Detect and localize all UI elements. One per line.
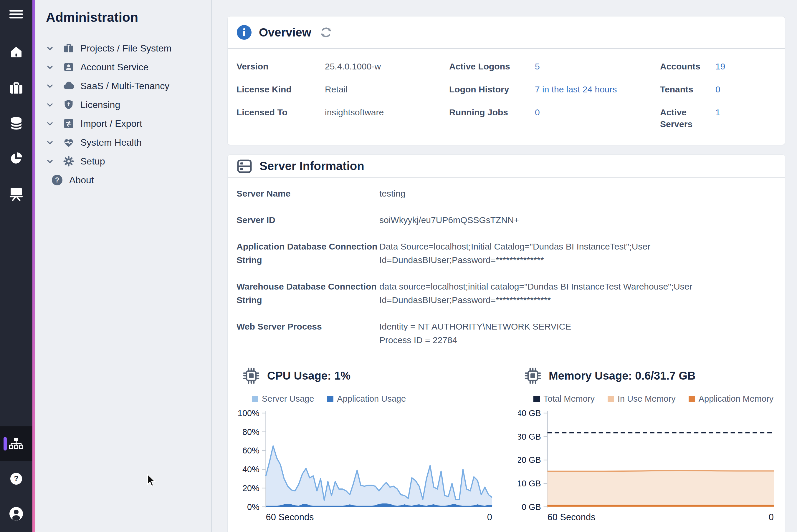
legend-item-application-memory: Application Memory xyxy=(689,394,774,404)
admin-item-label: System Health xyxy=(80,137,142,148)
server-info-value: testing xyxy=(379,187,776,201)
svg-text:10 GB: 10 GB xyxy=(518,479,541,488)
server-info-label: Server ID xyxy=(236,213,379,227)
chevron-down-icon[interactable] xyxy=(46,82,54,90)
chevron-down-icon[interactable] xyxy=(46,120,54,128)
admin-tree: Projects / File SystemAccount ServiceSaa… xyxy=(46,39,211,190)
pie-chart-icon[interactable] xyxy=(0,152,32,165)
overview-field-link[interactable]: 19 xyxy=(716,61,776,72)
server-info-header: Server Information xyxy=(228,155,785,178)
svg-text:30 GB: 30 GB xyxy=(518,432,541,441)
overview-field-link[interactable]: 7 in the last 24 hours xyxy=(535,83,660,95)
legend-label: In Use Memory xyxy=(618,394,676,404)
admin-item-system-health[interactable]: System Health xyxy=(46,133,211,152)
server-info-label: Server Name xyxy=(236,187,379,201)
svg-text:80%: 80% xyxy=(242,427,259,437)
refresh-icon[interactable] xyxy=(319,25,333,39)
admin-item-label: SaaS / Multi-Tenancy xyxy=(80,81,169,92)
cpu-chip-icon xyxy=(243,367,259,384)
legend-label: Application Usage xyxy=(337,394,406,404)
admin-item-label: Import / Export xyxy=(80,118,142,129)
admin-item-projects-file-system[interactable]: Projects / File System xyxy=(46,39,211,58)
admin-item-label: Setup xyxy=(80,156,105,167)
overview-title: Overview xyxy=(259,26,311,39)
memory-chip-icon xyxy=(525,367,541,384)
svg-text:20 GB: 20 GB xyxy=(518,455,541,464)
chevron-down-icon[interactable] xyxy=(46,157,54,165)
legend-item-server-usage: Server Usage xyxy=(252,394,314,404)
chevron-down-icon[interactable] xyxy=(46,138,54,147)
sidebar-active-item-sitemap[interactable] xyxy=(0,426,32,461)
svg-text:20%: 20% xyxy=(242,483,259,493)
overview-field-value: insightsoftware xyxy=(325,107,449,118)
cpu-chart-block: CPU Usage: 1%Server UsageApplication Usa… xyxy=(236,367,494,525)
question-circle-icon: ? xyxy=(52,174,63,186)
cpu-chart-title: CPU Usage: 1% xyxy=(267,369,350,382)
admin-item-account-service[interactable]: Account Service xyxy=(46,58,211,76)
charts-row: CPU Usage: 1%Server UsageApplication Usa… xyxy=(228,360,785,532)
briefcase-icon[interactable] xyxy=(0,81,32,94)
server-info-label: Application Database Connection String xyxy=(236,240,379,267)
accent-gradient-stripe xyxy=(32,0,35,532)
presentation-icon[interactable] xyxy=(0,187,32,201)
svg-text:100%: 100% xyxy=(238,408,259,418)
app-icon-sidebar: ? xyxy=(0,0,32,532)
svg-text:60 Seconds: 60 Seconds xyxy=(266,512,314,522)
admin-item-setup[interactable]: Setup xyxy=(46,152,211,171)
overview-header: Overview xyxy=(228,17,785,49)
legend-item-application-usage: Application Usage xyxy=(327,394,406,404)
sitemap-icon xyxy=(0,426,32,461)
legend-swatch xyxy=(327,396,333,402)
chevron-down-icon[interactable] xyxy=(46,101,54,109)
cloud-icon xyxy=(63,80,74,92)
overview-field-label: License Kind xyxy=(236,83,325,95)
admin-item-saas-multi-tenancy[interactable]: SaaS / Multi-Tenancy xyxy=(46,76,211,95)
legend-swatch xyxy=(689,396,695,402)
svg-text:0%: 0% xyxy=(247,502,259,512)
svg-text:40%: 40% xyxy=(242,464,259,474)
database-icon[interactable] xyxy=(0,116,32,130)
overview-field-label: Active Servers xyxy=(660,107,716,130)
legend-label: Application Memory xyxy=(699,394,774,404)
gear-icon xyxy=(63,155,74,167)
overview-field-link[interactable]: 0 xyxy=(716,83,776,95)
server-info-label: Warehouse Database Connection String xyxy=(236,280,379,307)
server-info-value: Data Source=localhost;Initial Catalog="D… xyxy=(379,240,776,267)
overview-field-label: Running Jobs xyxy=(449,107,535,118)
overview-field-label: Logon History xyxy=(449,83,535,95)
menu-icon[interactable] xyxy=(0,10,32,19)
server-info-value: data source=localhost;initial catalog="D… xyxy=(379,280,776,307)
chevron-down-icon[interactable] xyxy=(46,44,54,52)
overview-grid: Version25.4.0.1000-wActive Logons5Accoun… xyxy=(228,49,785,145)
legend-swatch xyxy=(608,396,614,402)
home-icon[interactable] xyxy=(0,46,32,59)
cpu-plot: 0%20%40%60%80%100%60 Seconds0 xyxy=(236,408,494,525)
admin-item-about[interactable]: ?About xyxy=(46,171,211,190)
heart-pulse-icon xyxy=(63,136,74,148)
admin-item-label: Projects / File System xyxy=(80,43,171,54)
svg-text:40 GB: 40 GB xyxy=(518,408,541,418)
admin-item-label: About xyxy=(69,175,94,186)
memory-plot: 0 GB10 GB20 GB30 GB40 GB60 Seconds0 xyxy=(518,408,776,525)
overview-field-link[interactable]: 0 xyxy=(535,107,660,118)
admin-item-label: Account Service xyxy=(80,62,148,73)
svg-text:0 GB: 0 GB xyxy=(522,502,541,512)
legend-item-in-use-memory: In Use Memory xyxy=(608,394,676,404)
overview-field-link[interactable]: 5 xyxy=(535,61,660,72)
overview-field-link[interactable]: 1 xyxy=(716,107,776,118)
overview-field-value: Retail xyxy=(325,83,449,95)
overview-card: Overview Version25.4.0.1000-wActive Logo… xyxy=(228,16,785,145)
chevron-down-icon[interactable] xyxy=(46,63,54,71)
memory-chart-block: Memory Usage: 0.6/31.7 GBTotal MemoryIn … xyxy=(518,367,776,525)
server-info-title: Server Information xyxy=(259,159,364,173)
admin-item-import-export[interactable]: Import / Export xyxy=(46,114,211,133)
help-icon[interactable]: ? xyxy=(0,473,32,485)
user-avatar-icon[interactable] xyxy=(0,507,32,521)
legend-swatch xyxy=(533,396,540,402)
memory-legend: Total MemoryIn Use MemoryApplication Mem… xyxy=(533,394,776,404)
administration-title: Administration xyxy=(46,10,211,25)
overview-field-value: 25.4.0.1000-w xyxy=(325,61,449,72)
admin-item-licensing[interactable]: Licensing xyxy=(46,95,211,114)
server-info-row: Server IDsoiWkyykj/eu7UP6mQSSGsTZNN+ xyxy=(236,213,776,227)
admin-item-label: Licensing xyxy=(80,99,120,110)
